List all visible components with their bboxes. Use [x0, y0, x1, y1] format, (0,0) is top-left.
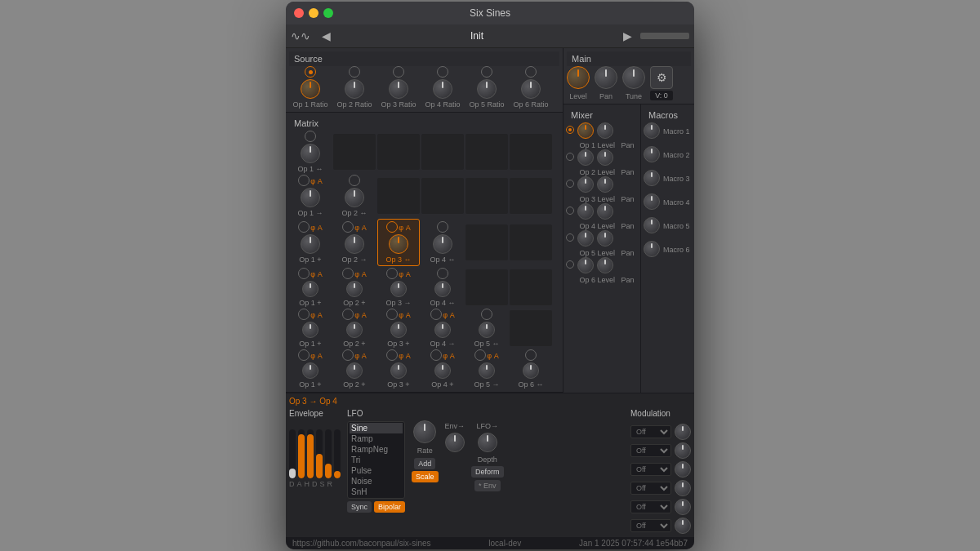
macro4-knob[interactable]	[644, 193, 660, 210]
mod-knob-5[interactable]	[675, 499, 691, 515]
matrix-r2-op2-knob[interactable]	[345, 188, 364, 207]
env-depth-knob[interactable]	[445, 433, 465, 452]
lfo-sine[interactable]: Sine	[350, 423, 403, 433]
mod-select-1[interactable]: Off	[630, 425, 671, 438]
lfo-rampneg[interactable]: RampNeg	[350, 444, 403, 455]
macro3-knob[interactable]	[644, 170, 660, 186]
op5-power[interactable]	[481, 66, 492, 78]
mod-knob-3[interactable]	[675, 461, 691, 478]
mod-knob-2[interactable]	[675, 442, 691, 459]
matrix-r4-op1-power[interactable]	[298, 268, 310, 279]
main-pan-knob[interactable]	[595, 66, 617, 89]
mixer-op5-power[interactable]	[566, 233, 574, 242]
close-button[interactable]	[294, 8, 304, 18]
main-level-knob[interactable]	[567, 66, 590, 89]
preset-next-button[interactable]: ▶	[618, 28, 637, 44]
mod-select-5[interactable]: Off	[630, 500, 671, 513]
op5-ratio-knob[interactable]	[477, 79, 497, 99]
lfo-noise[interactable]: Noise	[350, 476, 403, 487]
matrix-r3-op4-power[interactable]	[437, 221, 448, 233]
env-r-slider[interactable]	[334, 429, 341, 478]
matrix-r3-op2-knob[interactable]	[345, 234, 364, 254]
mixer-op4-level[interactable]	[577, 203, 594, 220]
matrix-r4-op2-power[interactable]	[342, 268, 354, 279]
matrix-r2-op2-power[interactable]	[349, 175, 360, 186]
mixer-op2-level[interactable]	[577, 149, 594, 166]
matrix-r3-op2-power[interactable]	[342, 221, 354, 233]
op2-power[interactable]	[349, 66, 360, 78]
op4-ratio-knob[interactable]	[433, 79, 452, 99]
matrix-r2-op1-power[interactable]	[298, 175, 310, 186]
mixer-op6-level[interactable]	[577, 257, 594, 273]
lfo-pulse[interactable]: Pulse	[350, 465, 403, 476]
mixer-op1-power[interactable]	[566, 126, 574, 134]
matrix-op1-knob[interactable]	[301, 144, 320, 163]
matrix-r3-op3-power[interactable]	[386, 221, 398, 233]
matrix-r4-op4-knob[interactable]	[434, 281, 451, 297]
mod-select-2[interactable]: Off	[630, 444, 671, 457]
mixer-op1-level[interactable]	[577, 122, 594, 139]
mixer-op4-power[interactable]	[566, 207, 574, 215]
mixer-op1-pan[interactable]	[597, 122, 613, 139]
mod-select-6[interactable]: Off	[630, 519, 671, 532]
mixer-op4-pan[interactable]	[597, 203, 613, 220]
op6-ratio-knob[interactable]	[521, 79, 541, 99]
op4-power[interactable]	[437, 66, 448, 78]
mixer-op2-power[interactable]	[566, 153, 574, 161]
mixer-op6-power[interactable]	[566, 260, 574, 269]
op6-power[interactable]	[525, 66, 537, 78]
matrix-r4-op1-knob[interactable]	[302, 281, 318, 297]
mixer-op5-pan[interactable]	[597, 230, 613, 247]
op2-ratio-knob[interactable]	[345, 79, 364, 99]
mixer-op3-pan[interactable]	[597, 176, 613, 193]
lfo-tri[interactable]: Tri	[350, 455, 403, 465]
preset-prev-button[interactable]: ◀	[317, 28, 336, 44]
mixer-op6-pan[interactable]	[597, 257, 613, 273]
add-button[interactable]: Add	[414, 458, 435, 469]
deform-button[interactable]: Deform	[471, 466, 504, 478]
mod-knob-6[interactable]	[675, 518, 691, 534]
matrix-r3-op1-power[interactable]	[298, 221, 310, 233]
matrix-r3-op3-knob[interactable]	[389, 234, 408, 254]
matrix-r4-op3-knob[interactable]	[390, 281, 407, 297]
matrix-r3-op1-knob[interactable]	[301, 234, 320, 254]
env-d2-slider[interactable]	[316, 429, 323, 478]
env-d-slider[interactable]	[289, 429, 296, 478]
matrix-op1-power[interactable]	[305, 131, 316, 142]
mod-select-3[interactable]: Off	[630, 463, 671, 476]
matrix-r2-op1-knob[interactable]	[301, 188, 320, 207]
env-s-slider[interactable]	[325, 429, 332, 478]
mod-select-4[interactable]: Off	[630, 482, 671, 495]
matrix-r4-op2-knob[interactable]	[346, 281, 363, 297]
main-tune-knob[interactable]	[622, 66, 645, 89]
bipolar-button[interactable]: Bipolar	[374, 501, 405, 513]
lfo-rate-knob[interactable]	[413, 420, 436, 443]
env-h-slider[interactable]	[307, 429, 314, 478]
macro5-knob[interactable]	[644, 217, 660, 233]
lfo-ramp[interactable]: Ramp	[350, 433, 403, 444]
matrix-r4-op3-power[interactable]	[386, 268, 398, 279]
mixer-op3-power[interactable]	[566, 180, 574, 188]
maximize-button[interactable]	[323, 8, 333, 18]
env-a-slider[interactable]	[298, 429, 305, 478]
sync-button[interactable]: Sync	[347, 501, 372, 513]
op3-ratio-knob[interactable]	[389, 79, 408, 99]
op3-power[interactable]	[393, 66, 404, 78]
op1-ratio-knob[interactable]	[301, 79, 320, 99]
matrix-r3-op4-knob[interactable]	[433, 234, 452, 254]
lfo-snh[interactable]: SnH	[350, 487, 403, 497]
mod-knob-4[interactable]	[675, 480, 691, 496]
minimize-button[interactable]	[309, 8, 318, 18]
macro2-knob[interactable]	[644, 146, 660, 162]
mixer-op2-pan[interactable]	[597, 149, 613, 166]
matrix-r4-op4-power[interactable]	[437, 268, 448, 279]
env-button[interactable]: * Env	[474, 480, 501, 491]
op1-power[interactable]	[305, 66, 316, 78]
gear-button[interactable]: ⚙	[650, 66, 673, 89]
macro1-knob[interactable]	[644, 122, 660, 139]
macro6-knob[interactable]	[644, 241, 660, 257]
lfo-depth-knob[interactable]	[478, 433, 497, 452]
mixer-op5-level[interactable]	[577, 230, 594, 247]
scale-button[interactable]: Scale	[412, 471, 439, 482]
mod-knob-1[interactable]	[675, 424, 691, 440]
